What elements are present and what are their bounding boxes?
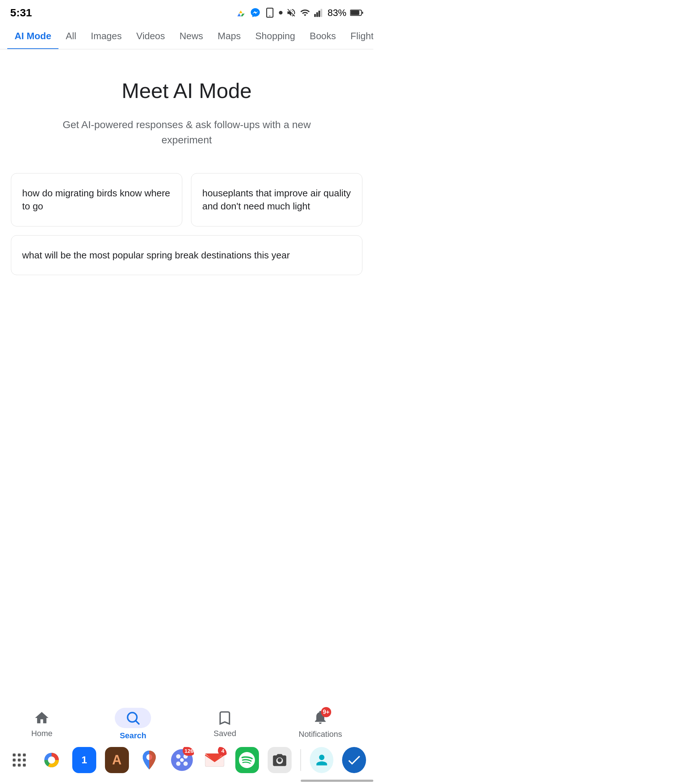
nav-notifications-label: Notifications (298, 730, 342, 739)
svg-rect-15 (18, 759, 21, 762)
saved-icon (217, 710, 233, 726)
svg-line-10 (136, 721, 139, 724)
dock-nova[interactable]: 126 (170, 747, 194, 773)
svg-rect-2 (314, 14, 316, 17)
search-nav-bg (115, 708, 151, 728)
dock-gmail[interactable]: 4 (203, 747, 226, 773)
dock-spotify[interactable] (235, 747, 259, 773)
svg-rect-13 (23, 753, 26, 756)
wifi-icon (300, 8, 310, 18)
nav-home[interactable]: Home (31, 710, 53, 738)
tablet-icon (264, 7, 275, 18)
dock-camera[interactable] (268, 747, 292, 773)
suggestion-card-1[interactable]: how do migrating birds know where to go (11, 173, 182, 227)
camera-icon (271, 752, 288, 768)
dock-arc[interactable]: A (105, 747, 129, 773)
mute-icon (286, 8, 296, 18)
search-icon (125, 710, 141, 726)
chrome-icon (40, 748, 63, 772)
arc-label: A (112, 753, 122, 768)
status-bar: 5:31 (0, 0, 373, 22)
drive-icon (235, 7, 246, 18)
dock-blueapp[interactable] (342, 747, 366, 773)
suggestion-cards: how do migrating birds know where to go … (11, 173, 362, 284)
svg-rect-19 (23, 764, 26, 767)
svg-point-27 (176, 762, 181, 766)
svg-rect-17 (13, 764, 16, 767)
tab-images[interactable]: Images (84, 22, 129, 49)
nav-saved[interactable]: Saved (214, 710, 236, 738)
battery-label: 83% (328, 7, 346, 19)
dock-profile[interactable] (310, 747, 334, 773)
svg-rect-14 (13, 759, 16, 762)
svg-rect-3 (316, 12, 318, 17)
tab-books[interactable]: Books (303, 22, 343, 49)
svg-rect-16 (23, 759, 26, 762)
dock-maps[interactable] (137, 747, 162, 773)
dock-grid[interactable] (7, 747, 31, 773)
suggestion-card-2[interactable]: houseplants that improve air quality and… (191, 173, 362, 227)
nav-home-label: Home (31, 729, 53, 738)
tab-news[interactable]: News (172, 22, 210, 49)
svg-rect-7 (351, 11, 359, 15)
svg-point-29 (180, 758, 184, 762)
maps-icon (137, 748, 161, 772)
status-icons: 83% (235, 7, 363, 19)
profile-icon (314, 752, 330, 768)
tab-shopping[interactable]: Shopping (248, 22, 303, 49)
dock-1password[interactable]: 1 (72, 747, 96, 773)
nav-tabs: AI Mode All Images Videos News Maps Shop… (0, 22, 373, 49)
notifications-badge: 9+ (321, 707, 331, 717)
1password-label: 1 (81, 754, 87, 766)
nav-search-label: Search (120, 731, 146, 740)
signal-icon (314, 8, 324, 18)
status-time: 5:31 (10, 6, 32, 19)
nova-badge: 126 (183, 747, 194, 756)
ai-mode-title: Meet AI Mode (122, 78, 252, 103)
nav-notifications[interactable]: 9+ Notifications (298, 709, 342, 739)
main-content: Meet AI Mode Get AI-powered responses & … (0, 49, 373, 295)
battery-icon (350, 9, 363, 17)
svg-rect-18 (18, 764, 21, 767)
blueapp-icon (346, 752, 362, 768)
bottom-nav: Home Search Saved 9+ Notifications (0, 700, 373, 744)
dock-divider (300, 749, 301, 771)
tab-ai-mode[interactable]: AI Mode (7, 22, 58, 49)
home-indicator (301, 779, 373, 782)
dock-chrome[interactable] (40, 747, 64, 773)
svg-rect-5 (321, 9, 323, 17)
svg-rect-11 (13, 753, 16, 756)
svg-point-28 (183, 762, 188, 766)
tab-all[interactable]: All (58, 22, 84, 49)
cards-row-2: what will be the most popular spring bre… (11, 235, 362, 275)
ai-mode-subtitle: Get AI-powered responses & ask follow-up… (59, 117, 314, 148)
grid-icon (11, 751, 28, 769)
svg-point-25 (176, 754, 181, 759)
dot-indicator (279, 11, 282, 14)
tab-videos[interactable]: Videos (129, 22, 172, 49)
svg-point-22 (49, 757, 55, 763)
tab-maps[interactable]: Maps (210, 22, 248, 49)
spotify-icon (239, 752, 255, 768)
nav-saved-label: Saved (214, 729, 236, 738)
suggestion-card-3[interactable]: what will be the most popular spring bre… (11, 235, 362, 275)
cards-row-1: how do migrating birds know where to go … (11, 173, 362, 227)
tab-flights[interactable]: Flights (343, 22, 373, 49)
messenger-icon (250, 7, 261, 18)
svg-rect-12 (18, 753, 21, 756)
svg-rect-8 (362, 12, 363, 14)
app-dock: 1 A 126 4 (0, 742, 373, 778)
svg-rect-4 (318, 11, 320, 17)
nav-search[interactable]: Search (115, 708, 151, 740)
svg-point-1 (270, 16, 270, 17)
home-icon (34, 710, 50, 726)
